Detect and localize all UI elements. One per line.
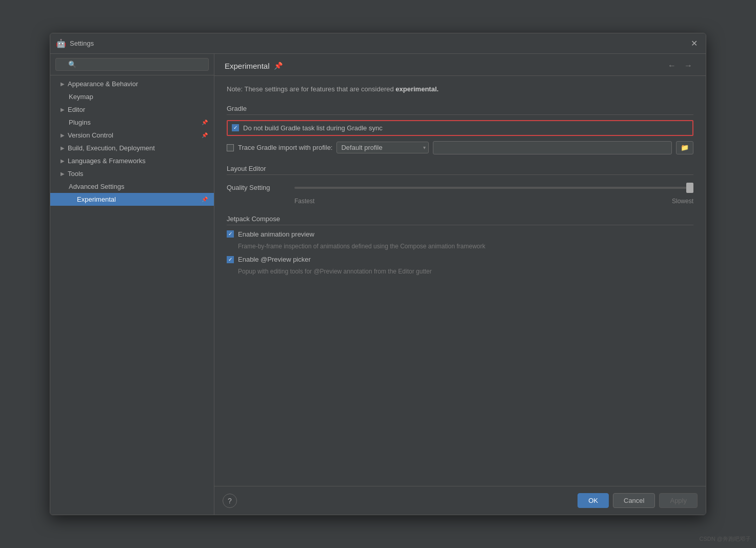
- layout-editor-label: Layout Editor: [227, 165, 693, 175]
- expand-arrow: ▶: [61, 145, 65, 151]
- preview-picker-label: Enable @Preview picker: [238, 256, 311, 263]
- sidebar-item-version-control[interactable]: ▶ Version Control 📌: [50, 129, 214, 142]
- pin-icon: 📌: [202, 197, 208, 202]
- sidebar-item-languages[interactable]: ▶ Languages & Frameworks: [50, 154, 214, 167]
- gradle-section: Gradle Do not build Gradle task list dur…: [227, 105, 693, 154]
- note-bold: experimental.: [395, 85, 439, 93]
- slider-max-label: Slowest: [672, 198, 693, 205]
- animation-preview-row: Enable animation preview: [227, 230, 693, 238]
- sidebar-item-label: Languages & Frameworks: [68, 157, 146, 165]
- preview-picker-checkbox[interactable]: [227, 256, 234, 263]
- help-button[interactable]: ?: [223, 494, 237, 508]
- animation-preview-description: Frame-by-frame inspection of animations …: [238, 242, 693, 251]
- gradle-checkbox2-label: Trace Gradle import with profile:: [238, 144, 332, 151]
- sidebar-item-plugins[interactable]: Plugins 📌: [50, 116, 214, 129]
- nav-arrows: ← →: [665, 60, 695, 71]
- search-input[interactable]: [55, 58, 209, 71]
- back-button[interactable]: ←: [665, 60, 679, 71]
- search-box: 🔍: [50, 54, 214, 75]
- gradle-checkbox2[interactable]: [227, 144, 234, 151]
- title-bar: 🤖 Settings ✕: [50, 33, 706, 54]
- expand-arrow: ▶: [61, 158, 65, 164]
- sidebar-item-keymap[interactable]: Keymap: [50, 90, 214, 103]
- bottom-bar: ? OK Cancel Apply: [214, 486, 706, 515]
- folder-browse-button[interactable]: 📁: [676, 141, 693, 154]
- sidebar: 🔍 ▶ Appearance & Behavior Keymap ▶ Edito…: [50, 54, 214, 515]
- ok-button[interactable]: OK: [578, 493, 609, 508]
- profile-dropdown[interactable]: Default profile: [336, 142, 429, 153]
- cancel-button[interactable]: Cancel: [613, 493, 655, 508]
- quality-slider[interactable]: [294, 187, 693, 189]
- app-icon: 🤖: [56, 39, 66, 48]
- gradle-checkbox1-label: Do not build Gradle task list during Gra…: [243, 124, 383, 132]
- page-title: Experimental: [225, 62, 270, 70]
- forward-button[interactable]: →: [681, 60, 695, 71]
- sidebar-item-experimental[interactable]: Experimental 📌: [50, 193, 214, 206]
- animation-preview-checkbox[interactable]: [227, 230, 234, 238]
- settings-dialog: 🤖 Settings ✕ 🔍 ▶ Appearance & Behavior: [50, 33, 706, 515]
- layout-editor-section: Layout Editor Quality Setting Fastest Sl…: [227, 165, 693, 205]
- sidebar-item-appearance[interactable]: ▶ Appearance & Behavior: [50, 77, 214, 90]
- sidebar-item-label: Editor: [68, 106, 85, 113]
- sidebar-item-editor[interactable]: ▶ Editor: [50, 103, 214, 116]
- sidebar-item-tools[interactable]: ▶ Tools: [50, 167, 214, 180]
- sidebar-item-label: Keymap: [69, 93, 93, 101]
- main-body: Note: These settings are for features th…: [214, 76, 706, 486]
- close-button[interactable]: ✕: [688, 38, 700, 49]
- expand-arrow: ▶: [61, 171, 65, 177]
- sidebar-item-label: Experimental: [77, 195, 116, 203]
- sidebar-item-label: Tools: [68, 170, 83, 178]
- search-wrapper: 🔍: [55, 58, 209, 71]
- sidebar-item-label: Version Control: [68, 131, 113, 139]
- slider-labels: Fastest Slowest: [294, 198, 693, 205]
- note-text: Note: These settings are for features th…: [227, 84, 693, 94]
- apply-button[interactable]: Apply: [659, 493, 698, 508]
- watermark: CSDN @奔跑吧邓子: [700, 535, 751, 543]
- pin-icon: 📌: [202, 120, 208, 125]
- expand-arrow: ▶: [61, 132, 65, 138]
- sidebar-item-advanced[interactable]: Advanced Settings: [50, 180, 214, 193]
- quality-setting-row: Quality Setting: [227, 180, 693, 195]
- sidebar-item-label: Appearance & Behavior: [68, 80, 138, 88]
- slider-min-label: Fastest: [294, 198, 314, 205]
- main-content: 🔍 ▶ Appearance & Behavior Keymap ▶ Edito…: [50, 54, 706, 515]
- sidebar-item-label: Build, Execution, Deployment: [68, 144, 155, 152]
- dialog-title: Settings: [70, 40, 688, 47]
- expand-arrow: ▶: [61, 81, 65, 87]
- expand-arrow: ▶: [61, 107, 65, 112]
- preview-picker-description: Popup with editing tools for @Preview an…: [238, 267, 693, 276]
- note-label: Note: These settings are for features th…: [227, 85, 394, 93]
- gradle-checkbox1[interactable]: [232, 124, 239, 131]
- gradle-checkbox1-row: Do not build Gradle task list during Gra…: [227, 120, 693, 136]
- jetpack-compose-section: Jetpack Compose Enable animation preview…: [227, 215, 693, 277]
- sidebar-item-build[interactable]: ▶ Build, Execution, Deployment: [50, 142, 214, 154]
- main-header: Experimental 📌 ← →: [214, 54, 706, 76]
- profile-dropdown-wrapper: Default profile ▾: [336, 142, 429, 153]
- quality-setting-label: Quality Setting: [227, 184, 288, 191]
- header-left: Experimental 📌: [225, 62, 283, 70]
- sidebar-item-label: Plugins: [69, 119, 91, 126]
- preview-picker-row: Enable @Preview picker: [227, 256, 693, 263]
- help-icon: ?: [228, 497, 232, 505]
- gradle-checkbox2-row: Trace Gradle import with profile: Defaul…: [227, 141, 693, 154]
- jetpack-compose-label: Jetpack Compose: [227, 215, 693, 225]
- quality-slider-container: [294, 180, 693, 195]
- main-panel: Experimental 📌 ← → Note: These settings …: [214, 54, 706, 515]
- folder-path-display: [433, 141, 672, 154]
- animation-preview-label: Enable animation preview: [238, 230, 314, 238]
- pin-icon: 📌: [202, 132, 208, 138]
- nav-items: ▶ Appearance & Behavior Keymap ▶ Editor …: [50, 75, 214, 208]
- sidebar-item-label: Advanced Settings: [69, 183, 124, 190]
- gradle-label: Gradle: [227, 105, 693, 115]
- page-pin-icon: 📌: [274, 62, 283, 70]
